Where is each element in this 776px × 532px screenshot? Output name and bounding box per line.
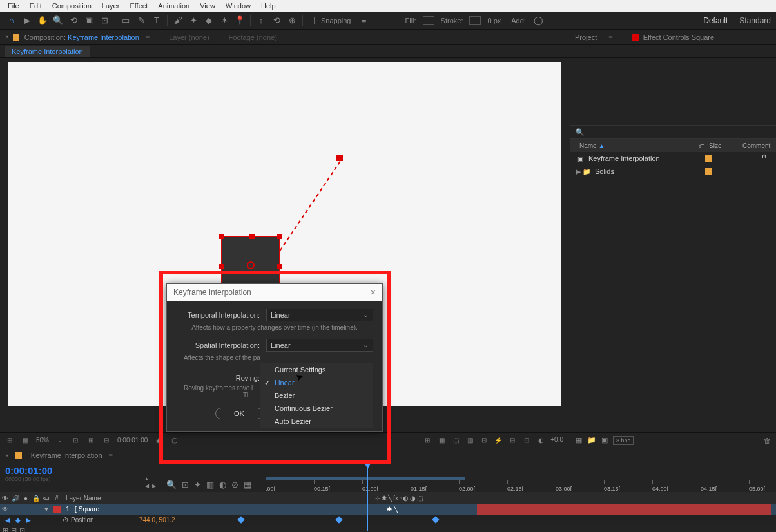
roto-tool-icon[interactable]: ✶ [218, 14, 231, 27]
stroke-width[interactable]: 0 px [487, 17, 501, 24]
quality-switch-icon[interactable]: ╲ [388, 495, 392, 502]
panel-menu-icon[interactable]: ≡ [146, 33, 150, 41]
motion-blur-icon[interactable]: ⊘ [231, 480, 238, 489]
label-swatch[interactable] [705, 155, 712, 162]
clone-tool-icon[interactable]: ✦ [187, 14, 200, 27]
layer-name-header[interactable]: Layer Name [62, 495, 371, 502]
temporal-select[interactable]: Linear [266, 309, 373, 321]
resize-handle[interactable] [277, 234, 282, 239]
col-comment[interactable]: Comment [742, 142, 776, 149]
resize-handle[interactable] [219, 234, 224, 239]
axis-z-icon[interactable]: ⊕ [286, 14, 298, 27]
time-ruler[interactable]: :00f 00:15f 01:00f 01:15f 02:00f 02:15f … [266, 462, 776, 492]
menu-layer[interactable]: Layer [97, 2, 125, 10]
zoom-tool-icon[interactable]: 🔍 [52, 14, 64, 27]
zoom-chevron-icon[interactable]: ⌄ [55, 436, 64, 445]
home-icon[interactable]: ⌂ [5, 14, 18, 27]
menu-window[interactable]: Window [220, 2, 256, 10]
property-row[interactable]: ◀ ◆ ▶ ⏱ Position 744.0, 501.2 [0, 515, 776, 526]
timeline-tab[interactable]: Keyframe Interpolation [31, 451, 102, 459]
magnify-icon[interactable]: ⊞ [5, 436, 14, 445]
footage-tab[interactable]: Footage (none) [229, 33, 277, 41]
option-current-settings[interactable]: Current Settings [260, 363, 373, 376]
fill-swatch[interactable] [423, 16, 434, 25]
project-item-folder[interactable]: ▶ 📁 Solids [570, 165, 776, 178]
region-icon[interactable]: ⊞ [423, 436, 432, 445]
zoom-nav[interactable]: ▲ ◀▶ [143, 475, 157, 489]
draft3d-icon[interactable]: ✦ [194, 480, 201, 489]
ok-button[interactable]: OK [215, 408, 263, 419]
graph-editor-icon[interactable]: ▦ [244, 480, 251, 489]
project-menu-icon[interactable]: ≡ [608, 33, 612, 41]
label-swatch[interactable] [705, 168, 712, 175]
project-tab[interactable]: Project [575, 33, 597, 41]
grid-icon[interactable]: ⊞ [86, 436, 95, 445]
shy-switch-icon[interactable]: ⊹ [375, 495, 380, 502]
menu-effect[interactable]: Effect [124, 2, 153, 10]
motionblur-switch-icon[interactable]: ◐ [403, 495, 409, 502]
guides-icon[interactable]: ⊟ [102, 436, 111, 445]
exposure-reset-icon[interactable]: ◐ [536, 436, 545, 445]
adjustment-switch-icon[interactable]: ◑ [410, 495, 416, 502]
option-bezier[interactable]: Bezier [260, 389, 373, 402]
anchor-point-icon[interactable] [247, 261, 255, 269]
col-name[interactable]: Name [579, 142, 597, 149]
show-snapshot-icon[interactable]: ▢ [170, 436, 179, 445]
fast-preview-icon[interactable]: ⚡ [494, 436, 503, 445]
close-icon[interactable]: × [371, 287, 376, 298]
delete-icon[interactable]: 🗑 [764, 437, 771, 444]
nav-left-icon[interactable]: ◀ [143, 482, 150, 489]
flowchart-icon[interactable]: ⊡ [522, 436, 531, 445]
collapse-switch-icon[interactable]: ✱ [387, 506, 392, 513]
expand-arrow-icon[interactable]: ▶ [576, 167, 581, 176]
menu-composition[interactable]: Composition [47, 2, 97, 10]
lock-col-icon[interactable]: 🔒 [31, 495, 41, 502]
audio-col-icon[interactable]: 🔊 [10, 495, 21, 502]
option-continuous-bezier[interactable]: Continuous Bezier [260, 402, 373, 415]
stopwatch-icon[interactable]: ⏱ [61, 517, 71, 524]
layer-tab[interactable]: Layer (none) [169, 33, 209, 41]
spatial-select[interactable]: Linear [266, 339, 373, 352]
menu-view[interactable]: View [195, 2, 220, 10]
toggle-inout-icon[interactable]: ⊡ [19, 526, 25, 533]
shy-icon[interactable]: ▥ [206, 480, 214, 489]
video-eye-icon[interactable]: 👁 [0, 506, 10, 513]
twirl-icon[interactable]: ▼ [41, 506, 52, 513]
view-layout-icon[interactable]: ▥ [465, 436, 474, 445]
toggle-modes-icon[interactable]: ⊟ [11, 526, 17, 533]
playhead[interactable] [367, 462, 368, 531]
timeline-menu-icon[interactable]: ≡ [109, 451, 113, 459]
layer-row[interactable]: 👁 ▼ 1 [ Square ✱ ╲ [0, 504, 776, 515]
label-col-icon[interactable]: 🏷 [41, 495, 52, 502]
bpc-button[interactable]: 8 bpc [613, 436, 634, 445]
menu-edit[interactable]: Edit [24, 2, 47, 10]
frame-blend-icon[interactable]: ◐ [219, 480, 226, 489]
label-col-icon[interactable]: 🏷 [699, 142, 705, 149]
snap-opts-icon[interactable]: ≡ [358, 14, 371, 27]
property-name[interactable]: Position [71, 517, 139, 524]
transparency-icon[interactable]: ▦ [437, 436, 446, 445]
preview-time[interactable]: 0:00:01:00 [117, 437, 148, 444]
axis-x-icon[interactable]: ↕ [255, 14, 267, 27]
resize-handle[interactable] [277, 264, 282, 269]
stroke-swatch[interactable] [469, 16, 481, 25]
current-time[interactable]: 0:00:01:00 [5, 465, 161, 476]
snapshot-icon[interactable]: ◉ [154, 436, 163, 445]
puppet-tool-icon[interactable]: 📍 [233, 14, 246, 27]
camera-tool-icon[interactable]: ▣ [82, 14, 95, 27]
eraser-tool-icon[interactable]: ◆ [202, 14, 215, 27]
resize-handle[interactable] [249, 234, 255, 239]
project-item-comp[interactable]: ▣ Keyframe Interpolation [570, 152, 776, 165]
workspace-default[interactable]: Default [703, 16, 728, 25]
sort-arrow-icon[interactable]: ▲ [598, 142, 605, 149]
nav-up-icon[interactable]: ▲ [143, 475, 150, 482]
close-panel-icon[interactable]: × [5, 33, 9, 41]
hand-tool-icon[interactable]: ✋ [36, 14, 49, 27]
frameblend-switch-icon[interactable]: ▫ [400, 495, 402, 502]
menu-file[interactable]: File [3, 2, 24, 10]
fx-switch-icon[interactable]: fx [393, 495, 398, 502]
3d-switch-icon[interactable]: ⬚ [417, 495, 423, 502]
comp-mini-icon[interactable]: ⊡ [182, 480, 189, 489]
option-linear[interactable]: Linear [260, 376, 373, 389]
close-timeline-icon[interactable]: × [5, 452, 9, 459]
